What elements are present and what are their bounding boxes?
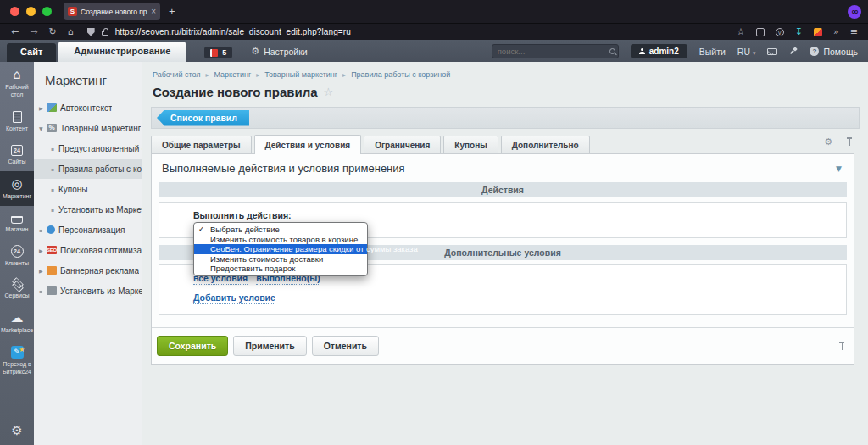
breadcrumb-item[interactable]: Рабочий стол	[153, 70, 201, 79]
cancel-button[interactable]: Отменить	[312, 336, 379, 356]
submenu-item-product-marketing[interactable]: ▼ % Товарный маркетинг	[34, 118, 142, 138]
submenu-item-seo[interactable]: ▶ SEO Поисковая оптимизация	[34, 240, 142, 260]
home-icon[interactable]: ⌂	[68, 26, 74, 37]
tab-restrictions[interactable]: Ограничения	[364, 136, 441, 153]
back-icon[interactable]: ←	[11, 26, 19, 37]
new-tab-button[interactable]: +	[169, 5, 175, 18]
administration-tab[interactable]: Администрирование	[58, 42, 186, 62]
form-buttons: Сохранить Применить Отменить	[152, 327, 854, 364]
clock-icon	[47, 225, 55, 234]
action-select-dropdown: Выбрать действие Изменить стоимость това…	[193, 222, 368, 276]
tab-additional[interactable]: Дополнительно	[501, 136, 590, 153]
browser-nav-bar: ← → ↻ ⌂ https://seoven.ru/bitrix/admin/s…	[0, 23, 868, 40]
browser-tab[interactable]: S Создание нового правила - Се ×	[64, 3, 160, 20]
save-button[interactable]: Сохранить	[157, 336, 228, 356]
rail-item-services[interactable]: Сервисы	[0, 272, 34, 305]
downloads-icon[interactable]: ↧	[795, 26, 803, 37]
rail-item-marketplace[interactable]: ☁ Marketplace	[0, 305, 34, 340]
help-button[interactable]: ? Помощь	[810, 47, 858, 57]
extension-icon[interactable]: oo	[848, 5, 861, 19]
submenu-item-install-marketplace[interactable]: ▪ Установить из Маркетплейса	[34, 199, 142, 220]
help-label: Помощь	[823, 47, 858, 57]
user-menu-button[interactable]: admin2	[631, 44, 687, 58]
actions-bar: Действия	[159, 182, 847, 197]
page-title: Создание нового правила	[153, 85, 318, 99]
settings-button[interactable]: ⚙ Настройки	[251, 46, 307, 57]
tab-coupons[interactable]: Купоны	[443, 136, 498, 153]
rail-item-shop[interactable]: Магазин	[0, 206, 34, 239]
breadcrumb-item[interactable]: Правила работы с корзиной	[351, 70, 450, 79]
action-select-label: Выполнить действия:	[193, 210, 836, 220]
dropdown-option[interactable]: Изменить стоимость товаров в корзине	[194, 235, 367, 245]
lock-icon[interactable]	[102, 31, 108, 36]
chevron-right-icon: ▶	[39, 248, 47, 253]
submenu-item-banner-ads[interactable]: ▶ Баннерная реклама	[34, 260, 142, 281]
submenu-item-coupons[interactable]: ▪ Купоны	[34, 179, 142, 199]
rail-item-desktop[interactable]: ⌂ Рабочий стол	[0, 62, 34, 104]
rail-settings-gear-icon[interactable]: ⚙	[0, 423, 34, 438]
bullet-icon: ▪	[51, 166, 58, 172]
rail-item-content[interactable]: Контент	[0, 104, 34, 138]
site-view-tab[interactable]: Сайт	[7, 43, 56, 62]
rail-item-clients[interactable]: 24 Клиенты	[0, 239, 34, 273]
site-favicon: S	[68, 7, 77, 16]
marketing-submenu: Маркетинг ▶ Автоконтекст ▼ % Товарный ма…	[34, 62, 142, 445]
tracking-protection-icon[interactable]	[87, 28, 95, 36]
bitrix24-icon: ✎★	[11, 346, 24, 359]
apply-button[interactable]: Применить	[233, 336, 306, 356]
section-header: Выполняемые действия и условия применени…	[152, 154, 854, 181]
submenu-item-personalization[interactable]: ▪ Персонализация	[34, 220, 142, 240]
rail-item-bitrix24[interactable]: ✎★ Переход в Битрикс24	[0, 340, 34, 381]
circle-24-icon: 24	[11, 245, 24, 258]
browser-tab-title: Создание нового правила - Се	[81, 8, 147, 16]
tab-actions-conditions[interactable]: Действия и условия	[254, 135, 362, 154]
pocket-icon[interactable]: v	[776, 28, 784, 36]
search-box[interactable]	[492, 44, 619, 58]
bullet-icon: ▪	[39, 288, 47, 294]
submenu-item-preset-list[interactable]: ▪ Предустановленный список	[34, 138, 142, 159]
pin-icon[interactable]	[846, 137, 853, 147]
rules-list-button[interactable]: Список правил	[157, 110, 249, 126]
submenu-item-install-marketplace-2[interactable]: ▪ Установить из Маркетплейса	[34, 281, 142, 301]
close-window-button[interactable]	[10, 7, 19, 16]
pin-icon[interactable]	[838, 342, 845, 351]
dropdown-option[interactable]: Предоставить подарок	[194, 264, 367, 274]
form-settings-gear-icon[interactable]: ⚙	[824, 136, 832, 147]
logout-link[interactable]: Выйти	[699, 47, 726, 57]
submenu-item-autocontext[interactable]: ▶ Автоконтекст	[34, 97, 142, 118]
favorite-star-icon[interactable]: ☆	[324, 86, 334, 98]
dropdown-option[interactable]: Изменить стоимость доставки	[194, 254, 367, 264]
module-rail: ⌂ Рабочий стол Контент 24 Сайты ◎ Маркет…	[0, 62, 34, 445]
tab-close-icon[interactable]: ×	[151, 7, 156, 16]
forward-icon[interactable]: →	[30, 26, 37, 37]
notifications-badge[interactable]: 5	[204, 47, 232, 58]
dropdown-option-highlighted[interactable]: СеоВен: Ограничение размера скидки от су…	[194, 244, 367, 254]
tab-general-params[interactable]: Общие параметры	[151, 136, 252, 153]
collapse-chevron-icon[interactable]: ▼	[836, 164, 842, 173]
extension-icon[interactable]	[756, 28, 765, 36]
dropdown-option[interactable]: Выбрать действие	[194, 225, 367, 235]
menu-hamburger-icon[interactable]: ≡	[850, 26, 858, 37]
submenu-item-cart-rules[interactable]: ▪ Правила работы с корзиной	[34, 159, 142, 179]
breadcrumb-separator: ▸	[206, 71, 209, 79]
section-title: Выполняемые действия и условия применени…	[162, 162, 405, 175]
minimize-window-button[interactable]	[26, 7, 36, 16]
reload-icon[interactable]: ↻	[48, 26, 56, 37]
url-bar[interactable]: https://seoven.ru/bitrix/admin/sale_disc…	[115, 27, 351, 36]
bookmark-star-icon[interactable]: ☆	[737, 26, 745, 37]
rail-item-marketing[interactable]: ◎ Маркетинг	[0, 171, 34, 206]
bullet-icon: ▪	[51, 186, 58, 192]
mail-icon[interactable]	[767, 48, 777, 55]
language-selector[interactable]: RU ▾	[737, 47, 756, 57]
search-input[interactable]	[498, 47, 609, 56]
form-tabs: Общие параметры Действия и условия Огран…	[151, 135, 854, 153]
extension-icon[interactable]	[814, 28, 822, 36]
breadcrumb-item[interactable]: Маркетинг	[214, 70, 252, 79]
pin-icon[interactable]	[789, 47, 798, 56]
add-condition-link[interactable]: Добавить условие	[193, 292, 275, 304]
zoom-window-button[interactable]	[42, 7, 52, 16]
search-icon[interactable]	[609, 48, 615, 54]
breadcrumb-item[interactable]: Товарный маркетинг	[264, 70, 337, 79]
overflow-chevron-icon[interactable]: »	[833, 26, 839, 37]
rail-item-sites[interactable]: 24 Сайты	[0, 137, 34, 171]
